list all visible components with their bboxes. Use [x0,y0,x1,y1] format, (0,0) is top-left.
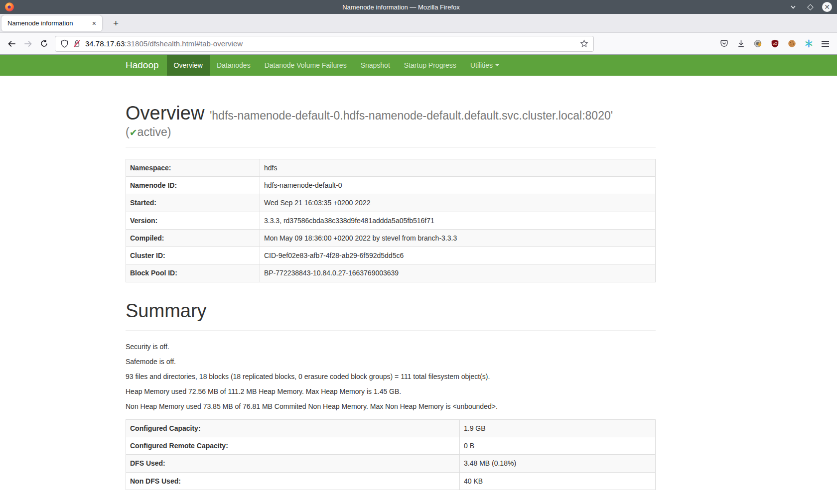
maximize-button[interactable] [805,2,815,12]
table-row: Configured Capacity:1.9 GB [126,419,656,437]
namenode-address: 'hdfs-namenode-default-0.hdfs-namenode-d… [210,109,613,122]
navbar-brand[interactable]: Hadoop [126,55,167,76]
table-row: Started:Wed Sep 21 16:03:35 +0200 2022 [126,194,656,212]
minimize-button[interactable] [788,2,798,12]
window-titlebar: Namenode information — Mozilla Firefox ✕ [0,0,837,14]
pocket-icon[interactable] [720,39,728,48]
new-tab-button[interactable]: + [109,17,123,30]
ublock-extension-icon[interactable]: uO [771,39,779,48]
caret-down-icon [495,64,499,66]
browser-toolbar: 34.78.17.63:31805/dfshealth.html#tab-ove… [0,33,837,55]
summary-title: Summary [126,300,656,322]
summary-text: Security is off. Safemode is off. 93 fil… [126,342,656,411]
url-host: 34.78.17.63 [85,39,125,48]
reload-button[interactable] [36,36,52,52]
divider [126,147,656,148]
svg-text:uO: uO [773,42,778,45]
table-row: Namenode ID:hdfs-namenode-default-0 [126,176,656,194]
nav-item-overview[interactable]: Overview [167,55,210,76]
nav-item-utilities[interactable]: Utilities [463,55,506,76]
nav-item-startup-progress[interactable]: Startup Progress [397,55,463,76]
nav-item-snapshot[interactable]: Snapshot [354,55,397,76]
table-row: Configured Remote Capacity:0 B [126,437,656,455]
page-title: Overview 'hdfs-namenode-default-0.hdfs-n… [126,103,656,125]
table-row: Non DFS Used:40 KB [126,472,656,490]
table-row: Cluster ID:CID-9ef02e83-afb7-4f28-ab29-6… [126,247,656,264]
asterisk-extension-icon[interactable] [805,39,813,48]
close-button[interactable]: ✕ [822,2,832,12]
namenode-status: (✔active) [126,126,656,139]
table-row: Compiled:Mon May 09 18:36:00 +0200 2022 … [126,229,656,247]
tab-strip: Namenode information × + [0,14,837,33]
insecure-lock-icon[interactable] [73,39,81,48]
firefox-logo-icon [5,2,14,11]
browser-tab[interactable]: Namenode information × [1,15,102,31]
nav-item-datanodes[interactable]: Datanodes [210,55,258,76]
cookie-extension-icon[interactable] [788,39,796,48]
tab-title: Namenode information [7,19,90,27]
table-row: Block Pool ID:BP-772238843-10.84.0.27-16… [126,264,656,282]
bookmark-star-icon[interactable] [580,39,588,48]
capacity-summary-table: Configured Capacity:1.9 GB Configured Re… [126,419,656,490]
divider [126,330,656,331]
download-icon[interactable] [737,39,745,48]
nav-item-datanode-volume-failures[interactable]: Datanode Volume Failures [258,55,354,76]
summary-line: Safemode is off. [126,357,656,367]
diamond-icon [807,4,814,10]
url-path: :31805/dfshealth.html#tab-overview [125,39,243,48]
summary-line: Security is off. [126,342,656,352]
back-button[interactable] [4,36,20,52]
url-bar[interactable]: 34.78.17.63:31805/dfshealth.html#tab-ove… [55,36,594,52]
tab-close-button[interactable]: × [90,18,98,28]
privacy-extension-icon[interactable] [754,39,762,48]
table-row: DFS Used:3.48 MB (0.18%) [126,455,656,472]
check-icon: ✔ [130,127,138,138]
table-row: Namespace:hdfs [126,159,656,176]
table-row: Version:3.3.3, rd37586cbda38c338d9fe481a… [126,212,656,229]
window-title: Namenode information — Mozilla Firefox [14,3,788,11]
summary-line: Heap Memory used 72.56 MB of 111.2 MB He… [126,386,656,396]
menu-icon[interactable] [822,41,829,47]
namenode-info-table: Namespace:hdfs Namenode ID:hdfs-namenode… [126,159,656,282]
summary-line: 93 files and directories, 18 blocks (18 … [126,372,656,381]
shield-icon[interactable] [60,39,69,48]
url-text: 34.78.17.63:31805/dfshealth.html#tab-ove… [85,39,243,48]
summary-line: Non Heap Memory used 73.85 MB of 76.81 M… [126,401,656,411]
forward-button[interactable] [20,36,36,52]
page-content: Overview 'hdfs-namenode-default-0.hdfs-n… [126,103,656,490]
hadoop-navbar: Hadoop Overview Datanodes Datanode Volum… [0,55,837,76]
